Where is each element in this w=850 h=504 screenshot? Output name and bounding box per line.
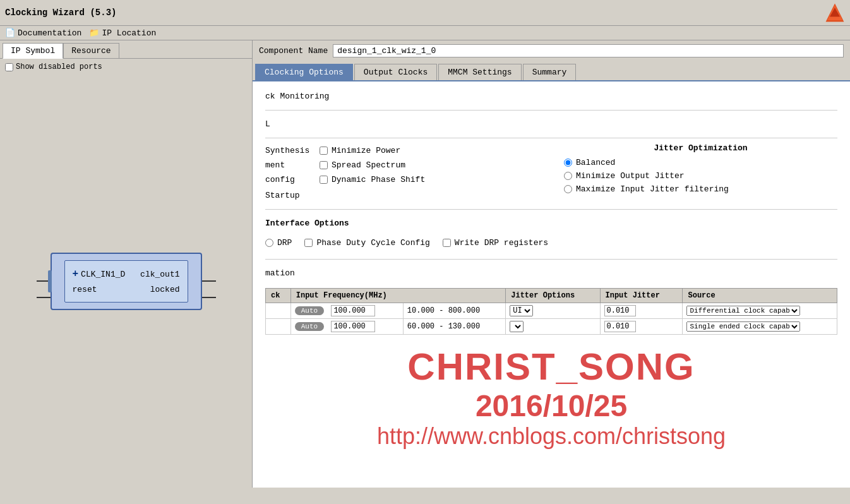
- documentation-link[interactable]: 📄 Documentation: [5, 28, 81, 38]
- show-disabled-checkbox[interactable]: [5, 63, 13, 71]
- interface-options-content: DRP Phase Duty Cycle Config Write DRP re…: [265, 232, 837, 254]
- tab-mmcm-settings[interactable]: MMCM Settings: [438, 64, 521, 80]
- ip-symbol-inner: + CLK_IN1_D clk_out1 reset locked: [64, 260, 188, 303]
- maximize-input-jitter-radio[interactable]: [564, 185, 572, 193]
- row2-jitter-select[interactable]: [510, 321, 524, 332]
- minimize-output-jitter-label: Minimize Output Jitter: [576, 171, 685, 181]
- write-drp-label: Write DRP registers: [455, 238, 548, 248]
- port-reset-group: reset: [73, 285, 97, 294]
- startup-row: Startup: [265, 187, 539, 204]
- watermark-line1: CHRIST_SONG: [253, 345, 850, 388]
- ck-monitoring-row: ck Monitoring: [265, 88, 837, 105]
- divider-2: [265, 138, 837, 138]
- row1-source: Differential clock capabl...: [683, 303, 837, 319]
- row2-auto-freq: Auto: [290, 319, 403, 335]
- col-left: Synthesis Minimize Power ment Spread Spe…: [265, 143, 539, 204]
- config-row: config Dynamic Phase Shift: [265, 172, 539, 187]
- tab-resource[interactable]: Resource: [63, 43, 119, 58]
- component-name-label: Component Name: [259, 46, 328, 56]
- tab-output-clocks[interactable]: Output Clocks: [354, 64, 437, 80]
- symbol-area: + CLK_IN1_D clk_out1 reset locked: [0, 75, 252, 488]
- ip-symbol-wrapper: + CLK_IN1_D clk_out1 reset locked: [51, 253, 202, 310]
- auto-pill-1: Auto: [295, 306, 324, 315]
- minimize-power-checkbox[interactable]: [320, 147, 328, 155]
- documentation-label: Documentation: [18, 28, 81, 38]
- drp-row: DRP: [265, 238, 292, 248]
- tab-ip-symbol[interactable]: IP Symbol: [3, 43, 63, 59]
- row1-input-jitter-input[interactable]: [604, 305, 636, 316]
- row1-range: 10.000 - 800.000: [403, 303, 505, 319]
- minimize-output-jitter-radio[interactable]: [564, 172, 572, 180]
- ment-label: ment: [265, 160, 316, 170]
- right-tabs: Clocking Options Output Clocks MMCM Sett…: [253, 61, 850, 81]
- clk-table: ck Input Frequency(MHz) Jitter Options I…: [265, 288, 837, 335]
- port-row-reset: reset locked: [73, 282, 180, 297]
- drp-radio[interactable]: [265, 239, 273, 247]
- write-drp-checkbox[interactable]: [443, 239, 451, 247]
- divider-1: [265, 110, 837, 111]
- auto-pill-2: Auto: [295, 322, 324, 331]
- tab-summary[interactable]: Summary: [523, 64, 577, 80]
- spread-spectrum-checkbox[interactable]: [320, 161, 328, 169]
- l-label: L: [265, 119, 270, 129]
- table-row: Auto 60.000 - 130.000: [266, 319, 837, 335]
- component-name-input[interactable]: [333, 44, 844, 57]
- port-reset-label: reset: [73, 285, 97, 294]
- row1-jitter-select[interactable]: UI: [510, 305, 533, 316]
- ip-left-bar: [48, 270, 52, 292]
- tab-clocking-options[interactable]: Clocking Options: [255, 64, 353, 80]
- row1-ck: [266, 303, 291, 319]
- row2-jitter-opt: [506, 319, 600, 335]
- row1-input-jitter: [600, 303, 683, 319]
- row1-jitter-opt: UI: [506, 303, 600, 319]
- show-disabled-row: Show disabled ports: [0, 59, 252, 75]
- balanced-label: Balanced: [576, 158, 615, 167]
- watermark-line3: http://www.cnblogs.com/christsong: [253, 423, 850, 450]
- interface-options-row: Interface Options: [265, 215, 837, 232]
- row2-input-jitter-input[interactable]: [604, 321, 636, 332]
- balanced-radio[interactable]: [564, 159, 572, 167]
- maximize-input-jitter-label: Maximize Input Jitter filtering: [576, 184, 729, 194]
- phase-duty-cycle-row: Phase Duty Cycle Config: [304, 236, 429, 250]
- col-right: Jitter Optimization Balanced Minimize Ou…: [564, 143, 837, 204]
- table-header-row: ck Input Frequency(MHz) Jitter Options I…: [266, 289, 837, 303]
- clk-out-line: [202, 280, 216, 282]
- row1-auto-freq: Auto: [290, 303, 403, 319]
- phase-duty-cycle-checkbox[interactable]: [304, 239, 313, 247]
- row1-freq-input[interactable]: [331, 305, 375, 316]
- app-logo: [825, 3, 845, 23]
- phase-duty-cycle-label: Phase Duty Cycle Config: [316, 238, 429, 248]
- row2-range: 60.000 - 130.000: [403, 319, 505, 335]
- locked-line: [202, 297, 216, 298]
- row2-source: Single ended clock capabl...: [683, 319, 837, 335]
- reset-line: [37, 297, 51, 298]
- main-container: IP Symbol Resource Show disabled ports: [0, 40, 850, 488]
- component-name-bar: Component Name: [253, 40, 850, 61]
- row2-freq-input[interactable]: [331, 321, 375, 332]
- ment-row: ment Spread Spectrum: [265, 158, 539, 172]
- dynamic-phase-shift-checkbox[interactable]: [320, 176, 328, 184]
- show-disabled-label: Show disabled ports: [16, 63, 102, 71]
- dynamic-phase-shift-label: Dynamic Phase Shift: [332, 175, 425, 184]
- port-row-clk: + CLK_IN1_D clk_out1: [73, 266, 180, 282]
- startup-label: Startup: [265, 191, 300, 200]
- table-section: ck Input Frequency(MHz) Jitter Options I…: [265, 288, 837, 335]
- right-panel: Component Name Clocking Options Output C…: [253, 40, 850, 488]
- balanced-row: Balanced: [564, 158, 837, 167]
- table-row: Auto 10.000 - 800.000 UI: [266, 303, 837, 319]
- spread-spectrum-label: Spread Spectrum: [332, 160, 405, 170]
- write-drp-row: Write DRP registers: [443, 236, 548, 250]
- row1-source-select[interactable]: Differential clock capabl...: [686, 306, 800, 316]
- minimize-power-label: Minimize Power: [332, 146, 400, 155]
- row2-source-select[interactable]: Single ended clock capabl...: [686, 321, 800, 332]
- content-area: ck Monitoring L Synthesis Minimize Power: [253, 81, 850, 488]
- jitter-title: Jitter Optimization: [564, 143, 837, 153]
- ck-monitoring-label: ck Monitoring: [265, 92, 329, 101]
- row2-input-jitter: [600, 319, 683, 335]
- left-tab-bar: IP Symbol Resource: [0, 40, 252, 59]
- interface-options-label: Interface Options: [265, 219, 349, 228]
- synthesis-row: Synthesis Minimize Power: [265, 143, 539, 158]
- config-label: config: [265, 175, 316, 184]
- jitter-options: Balanced Minimize Output Jitter Maximize…: [564, 158, 837, 194]
- ip-location-link[interactable]: 📁 IP Location: [89, 28, 156, 38]
